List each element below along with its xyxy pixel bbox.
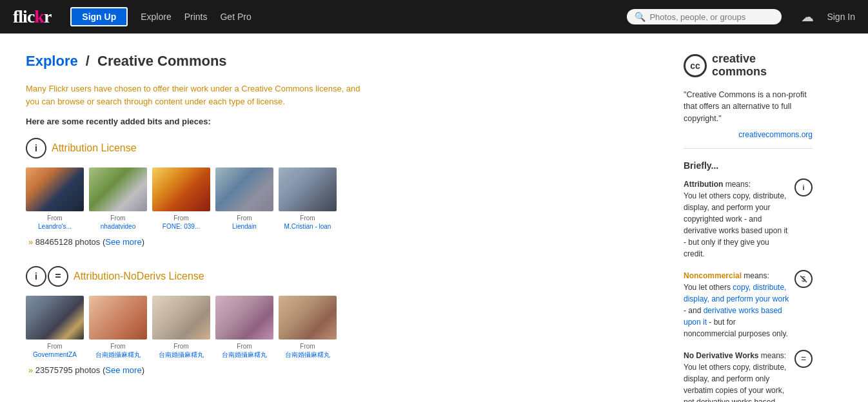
photo-credit: From M.Cristian - loan [284, 214, 331, 231]
photo-thumb[interactable] [26, 168, 84, 211]
main-content: Explore / Creative Commons Many Flickr u… [0, 34, 838, 402]
list-item: From Leandro's... [26, 168, 84, 231]
briefly-noderivs-text: No Derivative Works means: You let other… [684, 350, 789, 402]
photo-thumb[interactable] [152, 296, 210, 340]
attribution-license-link[interactable]: Attribution License [52, 142, 137, 154]
list-item: From FONE: 039... [152, 168, 210, 231]
list-item: From 台南婚攝麻糬丸 [89, 296, 147, 359]
upload-icon[interactable]: ☁ [801, 9, 814, 24]
attribution-icon: i [26, 138, 46, 158]
photo-thumb[interactable] [215, 168, 273, 211]
cc-quote: "Creative Commons is a non-profit that o… [684, 89, 813, 125]
photo-credit-link[interactable]: nhadatvideo [101, 223, 136, 230]
photo-thumb[interactable] [26, 296, 84, 340]
briefly-attribution-term: Attribution [684, 180, 723, 189]
attribution-noderivs-license-section: i = Attribution-NoDerivs License From Go… [26, 266, 658, 375]
briefly-title: Briefly... [684, 160, 813, 171]
nav-explore[interactable]: Explore [141, 12, 171, 22]
briefly-noncommercial-means: means: [742, 271, 769, 280]
photo-thumb[interactable] [89, 296, 147, 340]
list-item: From Liendain [215, 168, 273, 231]
photo-credit-link[interactable]: 台南婚攝麻糬丸 [159, 351, 204, 358]
photo-credit-link[interactable]: 台南婚攝麻糬丸 [95, 351, 141, 358]
photo-thumb[interactable] [279, 168, 337, 211]
photo-credit: From 台南婚攝麻糬丸 [285, 342, 330, 359]
photo-credit-link[interactable]: FONE: 039... [163, 223, 200, 230]
search-input[interactable] [649, 12, 765, 22]
count-number: 88465128 [35, 237, 73, 247]
attribution-photo-count: » 88465128 photos (See more) [26, 237, 658, 247]
list-item: From 台南婚攝麻糬丸 [152, 296, 210, 359]
attribution-noderivs-photo-count: » 23575795 photos (See more) [26, 365, 658, 375]
photo-thumb[interactable] [152, 168, 210, 211]
list-item: From nhadatvideo [89, 168, 147, 231]
attribution-photo-grid: From Leandro's... From nhadatvideo From [26, 168, 658, 231]
photo-credit: From GovernmentZA [33, 342, 77, 359]
header: flickr Sign Up Explore Prints Get Pro 🔍 … [0, 0, 868, 34]
content-area: Explore / Creative Commons Many Flickr u… [26, 53, 658, 402]
briefly-noncommercial-desc: You let others copy, distribute, display… [684, 283, 789, 338]
nav-getpro[interactable]: Get Pro [220, 12, 251, 22]
attribution-nd-info-icon: i [26, 266, 46, 287]
photo-credit: From nhadatvideo [101, 214, 136, 231]
photo-credit: From 台南婚攝麻糬丸 [95, 342, 141, 359]
nav-prints[interactable]: Prints [184, 12, 208, 22]
breadcrumb-explore[interactable]: Explore [26, 53, 78, 69]
breadcrumb: Explore / Creative Commons [26, 53, 658, 70]
attribution-sidebar-icon: i [794, 178, 813, 196]
briefly-noderivs-desc: You let others copy, distribute, display… [684, 363, 786, 402]
photo-credit: From Leandro's... [38, 214, 72, 231]
sidebar: cc creative commons "Creative Commons is… [684, 53, 813, 402]
intro-paragraph: Many Flickr users have chosen to offer t… [26, 82, 361, 108]
photo-credit-link[interactable]: Leandro's... [38, 223, 72, 230]
see-more-link[interactable]: See more [105, 237, 141, 247]
flickr-logo: flickr [13, 6, 51, 27]
briefly-noderivs-means: means: [759, 351, 787, 360]
photo-credit-link[interactable]: GovernmentZA [33, 351, 77, 358]
photo-credit: From FONE: 039... [163, 214, 200, 231]
signin-link[interactable]: Sign In [827, 12, 855, 22]
list-item: From 台南婚攝麻糬丸 [215, 296, 273, 359]
list-item: From GovernmentZA [26, 296, 84, 359]
attribution-nd-eq-icon: = [48, 266, 68, 287]
see-more-link[interactable]: See more [105, 365, 141, 375]
photo-thumb[interactable] [279, 296, 337, 340]
photo-credit: From Liendain [232, 214, 257, 231]
briefly-attribution-desc: You let others copy, distribute, display… [684, 191, 787, 258]
briefly-noderivs-item: No Derivative Works means: You let other… [684, 350, 813, 402]
search-box: 🔍 [627, 9, 782, 24]
breadcrumb-separator: / [86, 53, 90, 69]
breadcrumb-current: Creative Commons [97, 53, 227, 69]
count-arrow: » [28, 365, 33, 375]
attribution-noderivs-license-link[interactable]: Attribution-NoDerivs License [74, 271, 204, 282]
briefly-noncommercial-text: Noncommercial means: You let others copy… [684, 270, 789, 340]
photo-thumb[interactable] [215, 296, 273, 340]
photo-credit-link[interactable]: Liendain [232, 223, 257, 230]
recently-text: Here are some recently added bits and pi… [26, 117, 658, 126]
cc-logo-line2: commons [712, 66, 767, 79]
photo-credit-link[interactable]: M.Cristian - loan [284, 223, 331, 230]
cc-link[interactable]: creativecommons.org [684, 130, 813, 149]
cc-logo-area: cc creative commons [684, 53, 813, 79]
search-icon: 🔍 [635, 12, 646, 22]
cc-circle-icon: cc [684, 54, 707, 77]
list-item: From M.Cristian - loan [279, 168, 337, 231]
noncommercial-sidebar-icon: $ [794, 270, 813, 288]
photo-credit-link[interactable]: 台南婚攝麻糬丸 [222, 351, 267, 358]
count-arrow: » [28, 237, 33, 247]
nc-copy-link[interactable]: copy, distribute, display, and perform y… [684, 283, 789, 303]
list-item: From 台南婚攝麻糬丸 [279, 296, 337, 359]
photo-credit: From 台南婚攝麻糬丸 [222, 342, 267, 359]
attribution-noderivs-license-header: i = Attribution-NoDerivs License [26, 266, 658, 287]
attribution-noderivs-photo-grid: From GovernmentZA From 台南婚攝麻糬丸 From 台南 [26, 296, 658, 359]
photo-thumb[interactable] [89, 168, 147, 211]
signup-button[interactable]: Sign Up [70, 7, 128, 26]
briefly-attribution-text: Attribution means: You let others copy, … [684, 178, 789, 260]
briefly-noncommercial-item: Noncommercial means: You let others copy… [684, 270, 813, 340]
cc-text-logo: creative commons [712, 53, 767, 79]
photo-credit-link[interactable]: 台南婚攝麻糬丸 [285, 351, 330, 358]
attribution-license-header: i Attribution License [26, 138, 658, 158]
nc-derivative-link[interactable]: derivative works based upon it [684, 306, 782, 327]
briefly-noncommercial-term: Noncommercial [684, 271, 742, 280]
count-number: 23575795 [35, 365, 73, 375]
